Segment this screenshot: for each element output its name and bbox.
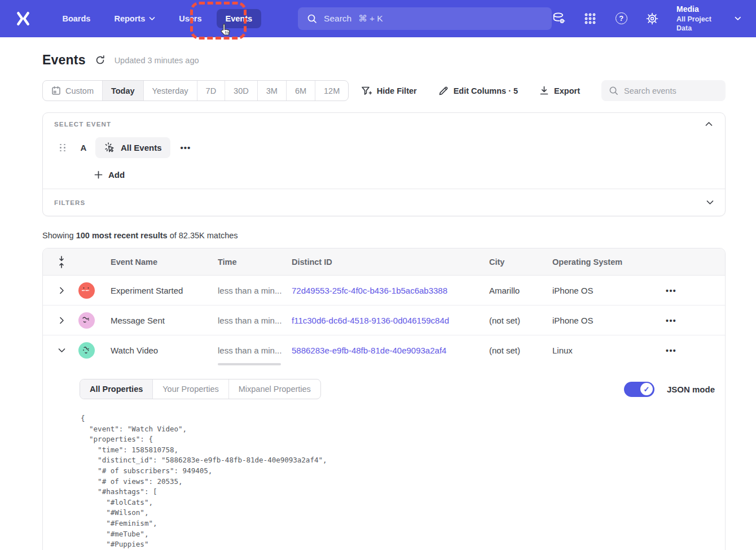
title-row: Events Updated 3 minutes ago <box>42 53 726 68</box>
column-header-os[interactable]: Operating System <box>552 257 652 267</box>
page-title: Events <box>42 53 86 68</box>
event-time: less than a min... <box>218 316 292 325</box>
row-actions-button[interactable]: ••• <box>666 316 676 325</box>
date-option-label: 12M <box>324 86 340 95</box>
drag-handle-icon[interactable] <box>60 144 66 152</box>
event-name: Experiment Started <box>100 286 218 295</box>
event-os: iPhone OS <box>552 316 652 325</box>
data-management-icon[interactable] <box>552 11 566 26</box>
tab-all-properties[interactable]: All Properties <box>80 379 152 399</box>
date-7d-button[interactable]: 7D <box>197 81 225 101</box>
help-icon[interactable]: ? <box>614 11 628 26</box>
edit-columns-button[interactable]: Edit Columns · 5 <box>438 86 518 96</box>
event-clause-row: A All Events ••• <box>54 137 714 158</box>
tab-your-properties[interactable]: Your Properties <box>152 379 228 399</box>
event-os: iPhone OS <box>552 286 652 295</box>
search-events-input[interactable]: Search events <box>601 80 726 101</box>
distinct-id-link[interactable]: 72d49553-25fc-4f0c-b436-1b5ac6ab3388 <box>292 286 447 295</box>
json-mode-label: JSON mode <box>667 385 715 394</box>
events-table: Event Name Time Distinct ID City Operati… <box>42 248 726 550</box>
last-updated-text: Updated 3 minutes ago <box>115 56 199 65</box>
summary-prefix: Showing <box>42 231 76 240</box>
event-city: (not set) <box>489 346 552 355</box>
select-event-label: SELECT EVENT <box>54 121 111 128</box>
expand-row-button[interactable] <box>43 287 72 294</box>
column-header-time[interactable]: Time <box>218 257 292 267</box>
event-chip-label: All Events <box>121 143 162 152</box>
date-yesterday-button[interactable]: Yesterday <box>143 81 197 101</box>
horizontal-scrollbar-thumb[interactable] <box>218 363 281 365</box>
json-mode-toggle[interactable]: ✓ <box>624 382 654 397</box>
table-row[interactable]: Watch Video less than a min... 5886283e-… <box>43 335 725 365</box>
date-custom-button[interactable]: Custom <box>43 81 102 101</box>
pencil-icon <box>438 86 449 96</box>
properties-tab-group: All Properties Your Properties Mixpanel … <box>80 379 321 399</box>
nav-item-boards[interactable]: Boards <box>53 9 99 28</box>
nav-item-events[interactable]: Events <box>217 9 262 28</box>
table-row[interactable]: Experiment Started less than a min... 72… <box>43 276 725 305</box>
toggle-knob: ✓ <box>640 383 653 395</box>
hide-filter-button[interactable]: Hide Filter <box>361 86 417 96</box>
project-selector[interactable]: Media All Project Data <box>676 4 741 34</box>
row-actions-button[interactable]: ••• <box>666 286 676 295</box>
results-summary: Showing 100 most recent results of 82.35… <box>42 231 726 240</box>
date-30d-button[interactable]: 30D <box>225 81 257 101</box>
main-content: Events Updated 3 minutes ago Custom Toda… <box>42 53 726 550</box>
top-navigation: Boards Reports Users Events Search ⌘ + K <box>0 0 756 37</box>
apps-grid-icon[interactable] <box>583 11 597 26</box>
nav-item-label: Reports <box>114 14 145 23</box>
column-header-city[interactable]: City <box>489 257 552 267</box>
date-today-button[interactable]: Today <box>102 81 143 101</box>
sort-column-icon[interactable] <box>43 256 72 268</box>
date-option-label: Today <box>111 86 135 95</box>
filters-section-header[interactable]: FILTERS <box>43 189 725 216</box>
collapse-section-button[interactable] <box>704 120 714 128</box>
summary-count: 100 most recent results <box>76 231 168 240</box>
nav-item-users[interactable]: Users <box>170 9 210 28</box>
sparkle-cursor-icon <box>104 142 116 154</box>
calendar-icon <box>51 86 61 95</box>
nav-right-cluster: ? Media All Project Data <box>552 4 741 34</box>
date-6m-button[interactable]: 6M <box>286 81 315 101</box>
date-12m-button[interactable]: 12M <box>315 81 348 101</box>
event-detail-panel: All Properties Your Properties Mixpanel … <box>43 365 725 550</box>
collapse-row-button[interactable] <box>43 348 72 353</box>
global-search-input[interactable]: Search ⌘ + K <box>298 7 552 30</box>
add-label: Add <box>108 170 125 180</box>
date-option-label: Custom <box>65 86 94 95</box>
json-mode-control: ✓ JSON mode <box>624 382 715 397</box>
refresh-button[interactable] <box>95 55 106 66</box>
nav-item-reports[interactable]: Reports <box>105 9 164 28</box>
check-icon: ✓ <box>644 385 650 394</box>
search-label: Search <box>324 14 351 24</box>
add-event-button[interactable]: Add <box>94 170 714 180</box>
date-option-label: 30D <box>234 86 249 95</box>
date-3m-button[interactable]: 3M <box>257 81 286 101</box>
tab-mixpanel-properties[interactable]: Mixpanel Properties <box>228 379 320 399</box>
project-name: Media <box>676 4 727 15</box>
search-events-placeholder: Search events <box>624 86 676 95</box>
event-json-content: { "event": "Watch Video", "properties": … <box>81 413 715 550</box>
date-option-label: 6M <box>295 86 306 95</box>
chevron-right-icon <box>59 287 64 294</box>
date-option-label: Yesterday <box>152 86 188 95</box>
event-selector-chip[interactable]: All Events <box>95 137 170 158</box>
search-icon <box>307 14 317 24</box>
edit-columns-label: Edit Columns · 5 <box>454 86 518 95</box>
column-header-event-name[interactable]: Event Name <box>100 257 218 267</box>
mixpanel-logo-icon[interactable] <box>15 10 31 27</box>
expand-row-button[interactable] <box>43 317 72 324</box>
chevron-up-icon <box>705 121 713 126</box>
event-time: less than a min... <box>218 346 292 355</box>
question-mark-glyph: ? <box>616 12 627 24</box>
export-button[interactable]: Export <box>539 86 580 95</box>
chevron-right-icon <box>59 317 64 324</box>
clause-more-button[interactable]: ••• <box>178 143 194 152</box>
table-row[interactable]: Message Sent less than a min... f11c30d6… <box>43 305 725 335</box>
settings-gear-icon[interactable] <box>645 11 660 26</box>
distinct-id-link[interactable]: f11c30d6-dc6d-4518-9136-0d046159c84d <box>292 316 449 325</box>
date-option-label: 3M <box>266 86 278 95</box>
distinct-id-link[interactable]: 5886283e-e9fb-48fb-81de-40e9093a2af4 <box>292 346 446 355</box>
row-actions-button[interactable]: ••• <box>666 346 676 355</box>
column-header-distinct-id[interactable]: Distinct ID <box>292 257 489 267</box>
